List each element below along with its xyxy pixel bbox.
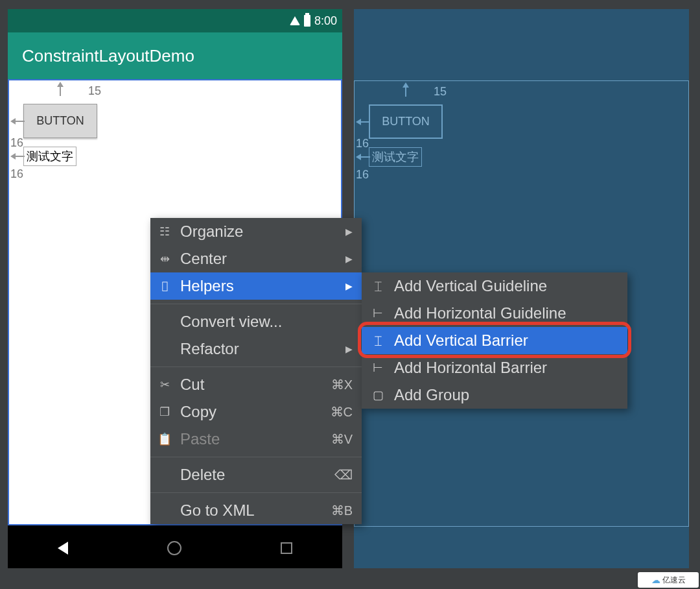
battery-icon: [304, 15, 310, 27]
nav-back-icon: [58, 542, 68, 555]
submenu-arrow-icon: ▶: [345, 226, 353, 237]
bp-margin-text-left: 16: [356, 168, 369, 182]
button-widget[interactable]: BUTTON: [23, 104, 97, 138]
submenu-arrow-icon: ▶: [345, 254, 353, 264]
menu-cut[interactable]: ✂ Cut ⌘X: [150, 371, 362, 398]
center-icon: ⇹: [157, 252, 172, 266]
textview-widget[interactable]: 测试文字: [23, 147, 76, 166]
cloud-icon: ☁: [651, 575, 660, 585]
wifi-icon: [290, 16, 300, 25]
menu-delete[interactable]: Delete ⌫: [150, 461, 362, 488]
bp-margin-button-left: 16: [356, 137, 369, 150]
menu-separator: [150, 457, 362, 457]
menu-separator: [150, 304, 362, 304]
vertical-guideline-icon: ⌶: [371, 280, 385, 293]
status-time: 8:00: [314, 14, 337, 28]
cut-icon: ✂: [157, 378, 172, 392]
menu-copy[interactable]: ❐ Copy ⌘C: [150, 398, 362, 426]
horizontal-barrier-icon: ⊢: [371, 361, 385, 375]
menu-helpers[interactable]: ⌷ Helpers ▶: [150, 272, 362, 300]
menu-center[interactable]: ⇹ Center ▶: [150, 245, 362, 272]
submenu-add-vertical-barrier[interactable]: ⌶ Add Vertical Barrier: [362, 327, 627, 354]
submenu-arrow-icon: ▶: [345, 344, 353, 354]
bp-button-widget[interactable]: BUTTON: [369, 104, 443, 139]
helpers-submenu: ⌶ Add Vertical Guideline ⊢ Add Horizonta…: [362, 272, 627, 409]
android-nav-bar: [8, 528, 342, 568]
nav-recent-icon: [281, 542, 292, 554]
watermark: ☁ 亿速云: [638, 572, 699, 588]
margin-text-left: 16: [10, 167, 23, 181]
submenu-add-horizontal-guideline[interactable]: ⊢ Add Horizontal Guideline: [362, 300, 627, 327]
context-menu: ☷ Organize ▶ ⇹ Center ▶ ⌷ Helpers ▶ Conv…: [150, 218, 362, 524]
menu-separator: [150, 367, 362, 367]
margin-button-left: 16: [10, 136, 23, 150]
bp-textview-widget[interactable]: 测试文字: [369, 147, 422, 167]
margin-top-label: 15: [88, 84, 101, 98]
vertical-barrier-icon: ⌶: [371, 334, 385, 348]
paste-icon: 📋: [157, 432, 172, 446]
group-icon: ▢: [371, 388, 385, 402]
menu-paste: 📋 Paste ⌘V: [150, 426, 362, 453]
app-title: ConstraintLayoutDemo: [22, 46, 194, 66]
delete-shortcut-icon: ⌫: [334, 467, 353, 483]
organize-icon: ☷: [157, 224, 172, 239]
horizontal-guideline-icon: ⊢: [371, 306, 385, 320]
submenu-add-vertical-guideline[interactable]: ⌶ Add Vertical Guideline: [362, 272, 627, 300]
android-status-bar: 8:00: [8, 9, 342, 32]
submenu-add-group[interactable]: ▢ Add Group: [362, 381, 627, 409]
menu-goto-xml[interactable]: Go to XML ⌘B: [150, 497, 362, 524]
copy-icon: ❐: [157, 405, 172, 419]
bp-margin-top: 15: [434, 85, 447, 99]
submenu-add-horizontal-barrier[interactable]: ⊢ Add Horizontal Barrier: [362, 354, 627, 381]
menu-refactor[interactable]: Refactor ▶: [150, 335, 362, 363]
menu-convert-view[interactable]: Convert view...: [150, 308, 362, 335]
menu-separator: [150, 492, 362, 493]
submenu-arrow-icon: ▶: [345, 281, 353, 291]
helpers-icon: ⌷: [157, 280, 172, 293]
app-bar: ConstraintLayoutDemo: [8, 32, 342, 79]
nav-home-icon: [167, 541, 181, 555]
menu-organize[interactable]: ☷ Organize ▶: [150, 218, 362, 245]
